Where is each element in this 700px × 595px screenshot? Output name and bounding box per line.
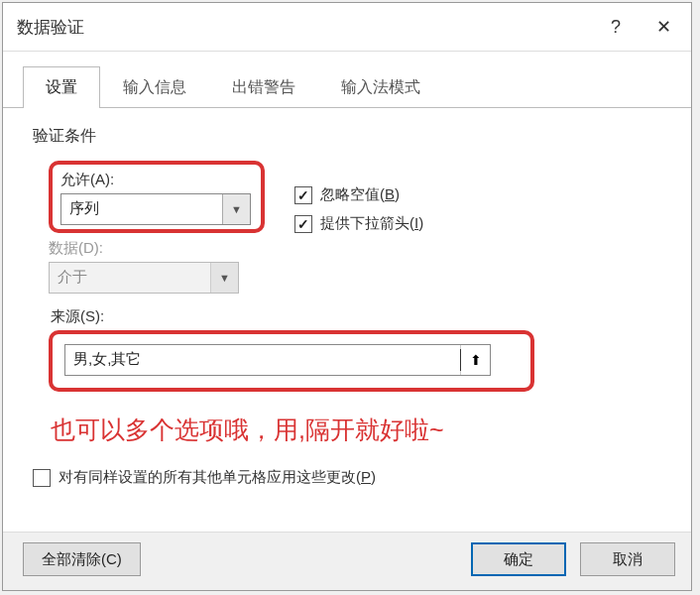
data-validation-dialog: 数据验证 ? ✕ 设置 输入信息 出错警告 输入法模式 验证条件 允许(A): … bbox=[2, 2, 692, 591]
close-button[interactable]: ✕ bbox=[640, 11, 687, 43]
titlebar-buttons: ? ✕ bbox=[592, 11, 687, 43]
tabs: 设置 输入信息 出错警告 输入法模式 bbox=[3, 52, 691, 108]
range-selector-button[interactable]: ⬆ bbox=[460, 345, 490, 375]
source-label: 来源(S): bbox=[49, 307, 661, 326]
tab-error-alert[interactable]: 出错警告 bbox=[209, 66, 318, 108]
ignore-blank-checkbox[interactable] bbox=[294, 186, 312, 204]
checkbox-group: 忽略空值(B) 提供下拉箭头(I) bbox=[294, 185, 423, 233]
chevron-down-icon: ▼ bbox=[231, 203, 242, 215]
help-button[interactable]: ? bbox=[592, 11, 640, 43]
chevron-down-icon: ▼ bbox=[219, 272, 230, 284]
footer-right: 确定 取消 bbox=[471, 542, 675, 576]
tab-ime-mode[interactable]: 输入法模式 bbox=[318, 66, 443, 108]
apply-all-label: 对有同样设置的所有其他单元格应用这些更改(P) bbox=[58, 468, 376, 487]
dialog-title: 数据验证 bbox=[17, 16, 84, 39]
allow-highlight: 允许(A): 序列 ▼ bbox=[49, 161, 265, 233]
data-label: 数据(D): bbox=[49, 239, 661, 258]
titlebar: 数据验证 ? ✕ bbox=[3, 3, 691, 52]
tab-input-message[interactable]: 输入信息 bbox=[100, 66, 209, 108]
allow-label: 允许(A): bbox=[60, 171, 253, 189]
source-input[interactable]: 男,女,其它 bbox=[65, 345, 460, 375]
data-combo: 介于 ▼ bbox=[49, 262, 239, 294]
clear-all-label: 全部清除(C) bbox=[42, 550, 122, 569]
dropdown-arrow-label: 提供下拉箭头(I) bbox=[320, 214, 423, 233]
source-highlight: 男,女,其它 ⬆ bbox=[49, 330, 534, 392]
dialog-footer: 全部清除(C) 确定 取消 bbox=[3, 532, 691, 590]
allow-combo[interactable]: 序列 ▼ bbox=[60, 193, 251, 225]
ignore-blank-label: 忽略空值(B) bbox=[320, 185, 400, 204]
range-selector-icon: ⬆ bbox=[470, 352, 482, 368]
section-validation-label: 验证条件 bbox=[33, 126, 661, 147]
data-combo-button: ▼ bbox=[210, 263, 238, 293]
dropdown-arrow-checkbox[interactable] bbox=[294, 215, 312, 233]
allow-combo-value: 序列 bbox=[61, 194, 222, 224]
allow-combo-button[interactable]: ▼ bbox=[222, 194, 250, 224]
fields-area: 允许(A): 序列 ▼ 忽略空值(B) bbox=[33, 161, 661, 446]
dropdown-arrow-row[interactable]: 提供下拉箭头(I) bbox=[294, 214, 423, 233]
tab-settings[interactable]: 设置 bbox=[23, 66, 100, 108]
data-combo-value: 介于 bbox=[50, 263, 210, 293]
cancel-button[interactable]: 取消 bbox=[580, 542, 675, 576]
close-icon: ✕ bbox=[656, 16, 671, 38]
dialog-content: 验证条件 允许(A): 序列 ▼ bbox=[3, 108, 691, 532]
apply-all-row[interactable]: 对有同样设置的所有其他单元格应用这些更改(P) bbox=[33, 468, 661, 487]
annotation-text: 也可以多个选项哦，用,隔开就好啦~ bbox=[49, 414, 661, 446]
source-input-wrap: 男,女,其它 ⬆ bbox=[64, 344, 491, 376]
ignore-blank-row[interactable]: 忽略空值(B) bbox=[294, 185, 423, 204]
apply-all-checkbox[interactable] bbox=[33, 469, 51, 487]
ok-button[interactable]: 确定 bbox=[471, 542, 566, 576]
clear-all-button[interactable]: 全部清除(C) bbox=[23, 542, 141, 576]
